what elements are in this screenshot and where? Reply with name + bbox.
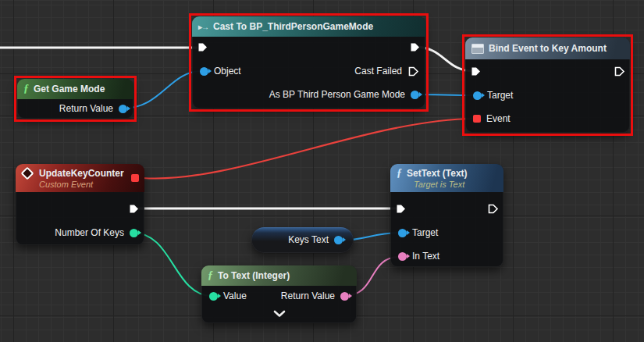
return-value-label: Return Value [59,103,113,114]
exec-out-pin[interactable] [614,66,625,77]
node-settext-text[interactable]: ƒ SetText (Text) Target is Text Target I… [390,164,503,267]
target-pin[interactable] [398,229,407,237]
node-header[interactable]: Bind Event to Key Amount [465,37,630,59]
object-pin[interactable] [200,67,208,76]
target-pin-label: Target [487,90,513,101]
function-icon: ƒ [397,168,402,179]
as-game-mode-pin[interactable] [411,91,419,99]
node-title: Cast To BP_ThirdPersonGameMode [213,21,373,32]
object-pin-label: Object [214,66,241,77]
node-header[interactable]: ƒ SetText (Text) Target is Text [390,164,503,192]
target-pin[interactable] [473,91,482,100]
target-pin-label: Target [412,227,438,238]
node-to-text-integer[interactable]: ƒ To Text (Integer) Value Return Value [201,265,357,323]
cast-failed-exec-pin[interactable] [407,66,419,77]
exec-out-pin[interactable] [409,41,421,53]
function-icon: ƒ [208,270,213,281]
node-header[interactable]: ▸→ Cast To BP_ThirdPersonGameMode [192,16,425,37]
cast-icon: ▸→ [198,23,208,31]
cast-failed-label: Cast Failed [354,66,402,77]
node-cast-to-bp-thirdpersongamemode[interactable]: ▸→ Cast To BP_ThirdPersonGameMode Object… [192,16,425,109]
event-delegate-pin[interactable] [473,115,481,123]
node-subtitle: Target is Text [414,180,497,189]
value-pin[interactable] [209,292,218,301]
return-value-pin[interactable] [119,105,127,113]
node-title: Get Game Mode [34,84,105,94]
node-bind-event-to-key-amount[interactable]: Bind Event to Key Amount Target Event [465,37,630,133]
custom-event-icon [21,167,34,180]
node-keys-text-variable[interactable]: Keys Text [251,227,354,253]
in-text-label: In Text [412,251,439,262]
node-header[interactable]: ƒ To Text (Integer) [201,265,357,286]
exec-in-pin[interactable] [395,203,407,215]
node-title: UpdateKeyCounter [39,168,124,179]
function-icon: ƒ [23,84,29,94]
return-value-label: Return Value [281,290,335,301]
exec-in-pin[interactable] [197,41,208,53]
node-subtitle: Custom Event [39,180,138,189]
in-text-pin[interactable] [398,252,407,261]
node-get-game-mode[interactable]: ƒ Get Game Mode Return Value [17,79,133,119]
wire-getgamemode-to-object[interactable] [122,71,202,109]
node-header[interactable]: ƒ Get Game Mode [17,79,133,99]
return-value-pin[interactable] [340,292,349,301]
as-game-mode-label: As BP Third Person Game Mode [269,89,405,100]
node-header[interactable]: UpdateKeyCounter Custom Event [16,164,144,192]
event-delegate-out-pin[interactable] [131,174,139,182]
exec-out-pin[interactable] [487,203,499,215]
blueprint-graph-canvas[interactable]: ▸→ Cast To BP_ThirdPersonGameMode Object… [0,0,644,342]
keys-text-value-pin[interactable] [334,236,343,244]
value-pin-label: Value [223,290,247,301]
node-title: SetText (Text) [407,168,468,179]
exec-in-pin[interactable] [470,66,482,77]
node-title: To Text (Integer) [218,270,290,281]
exec-out-pin[interactable] [128,203,140,215]
node-title: Bind Event to Key Amount [489,43,607,54]
delegate-bind-icon [471,44,484,54]
collapse-chevron-icon[interactable] [273,307,286,321]
event-pin-label: Event [486,113,511,124]
node-updatekeycounter-custom-event[interactable]: UpdateKeyCounter Custom Event Number Of … [16,164,144,245]
keys-text-label: Keys Text [288,234,329,245]
wire-numberofkeys-to-value[interactable] [133,233,212,296]
number-of-keys-pin[interactable] [130,229,138,237]
number-of-keys-label: Number Of Keys [55,227,124,238]
